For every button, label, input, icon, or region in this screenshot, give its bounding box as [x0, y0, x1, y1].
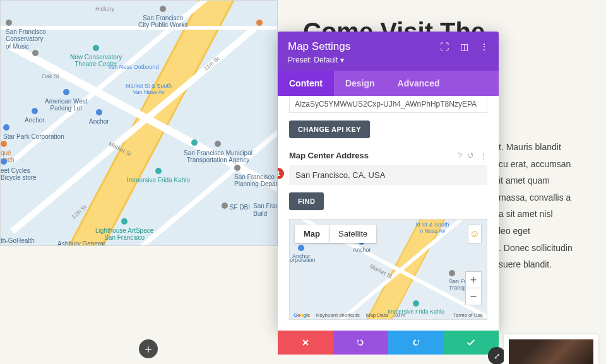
reset-icon[interactable]: ↺: [467, 151, 474, 160]
check-icon: [466, 338, 476, 348]
map-pin-icon: [32, 50, 39, 56]
map-pin-icon: [191, 139, 198, 146]
pegman-icon[interactable]: ☺: [468, 225, 482, 244]
preset-dropdown[interactable]: Preset: Default ▾: [288, 56, 489, 64]
keyboard-shortcuts-link[interactable]: Keyboard shortcuts: [316, 312, 360, 318]
panel-header: Map Settings ⛶ ◫ ⋮ Preset: Default ▾: [278, 32, 499, 71]
redo-icon: [411, 338, 421, 348]
poi-parking: American West Parking Lot: [45, 89, 88, 112]
poi-frida: Immersive Frida Kahlo: [127, 168, 190, 184]
panel-body: AIzaSyC5YMWwUS2Cxp-UJh4_AWnPhHpT8NzyEPA …: [278, 96, 499, 331]
poi-star-park: Star Park Corporation: [3, 124, 64, 140]
poi-gohealth: th-GoHealth: [1, 237, 35, 245]
panel-tabs: Content Design Advanced: [278, 71, 499, 96]
street-label: Hickory: [95, 6, 114, 12]
kebab-menu-icon[interactable]: ⋮: [480, 42, 489, 52]
zoom-out-button[interactable]: −: [466, 288, 481, 305]
street-label: Oak St: [42, 73, 59, 79]
poi-sf-public-works: San Francisco City Public Works: [138, 6, 187, 29]
add-module-button[interactable]: ＋: [139, 339, 158, 358]
poi-ashbury: Ashbury General: [57, 240, 105, 246]
terms-link[interactable]: Terms of Use: [453, 312, 483, 318]
help-icon[interactable]: ?: [458, 151, 462, 160]
map-type-satellite[interactable]: Satellite: [330, 225, 376, 243]
transit-label: Market St & South Van Ness Av: [126, 83, 172, 95]
page-paragraph: t. Mauris blandit cu erat, accumsan it a…: [499, 139, 600, 273]
poi-sf-conservatory: San Francisco Conservatory of Music: [6, 20, 46, 50]
zoom-in-button[interactable]: +: [466, 272, 481, 288]
undo-button[interactable]: [333, 331, 389, 355]
panel-title: Map Settings: [288, 40, 350, 53]
poi-sf-dbi: SF DBI: [222, 203, 250, 211]
map-settings-panel: Map Settings ⛶ ◫ ⋮ Preset: Default ▾ Con…: [278, 32, 499, 331]
poi-bike-store: eet Cycles Bicycle store: [1, 158, 37, 182]
step-marker-1: 1: [278, 168, 284, 179]
close-icon: [300, 338, 311, 348]
redo-button[interactable]: [388, 331, 444, 355]
image-module-preview: [504, 334, 598, 364]
find-button[interactable]: FIND: [289, 192, 324, 210]
transit-label: Van Ness Outbound: [108, 64, 158, 70]
api-key-value: AIzaSyC5YMWwUS2Cxp-UJh4_AWnPhHpT8NzyEPA: [289, 96, 487, 113]
poi-sf-build: San Francis Build: [253, 203, 278, 217]
map-pin-icon: [256, 20, 263, 26]
map-center-address-input[interactable]: [289, 165, 487, 185]
panel-action-bar: [278, 331, 499, 355]
mini-poi: kt St & South n Ness Av: [416, 222, 449, 235]
poi-lighthouse: Lighthouse ArtSpace San Francisco: [95, 218, 153, 242]
drag-handle-icon[interactable]: ⤢: [488, 347, 506, 364]
map-type-switch: Map Satellite: [295, 225, 376, 243]
main-map[interactable]: Hickory San Francisco City Public Works …: [0, 0, 278, 246]
mini-poi: orporation: [290, 257, 316, 264]
zoom-control: + −: [465, 271, 482, 305]
scale-label: 20 m: [394, 312, 405, 318]
map-data-label: Map Data: [366, 312, 388, 318]
change-api-key-button[interactable]: CHANGE API KEY: [289, 120, 370, 138]
tab-design[interactable]: Design: [334, 71, 386, 96]
poi-anchor2: Anchor: [25, 108, 45, 124]
cancel-button[interactable]: [278, 331, 333, 355]
google-logo: Google: [294, 312, 310, 318]
undo-icon: [355, 338, 365, 348]
kebab-menu-icon[interactable]: ⋮: [479, 151, 487, 160]
tab-content[interactable]: Content: [278, 71, 334, 96]
map-center-address-label: Map Center Address: [289, 151, 453, 160]
poi-anchor: Anchor: [89, 109, 109, 125]
poi-planning: San Francisco Planning Departm: [234, 165, 278, 188]
mini-map-preview[interactable]: kt St & South n Ness Av Anchor Anchor or…: [289, 219, 487, 320]
map-type-map[interactable]: Map: [295, 225, 330, 243]
tab-advanced[interactable]: Advanced: [386, 71, 451, 96]
expand-icon[interactable]: ⛶: [440, 42, 449, 52]
snap-icon[interactable]: ◫: [460, 42, 468, 52]
